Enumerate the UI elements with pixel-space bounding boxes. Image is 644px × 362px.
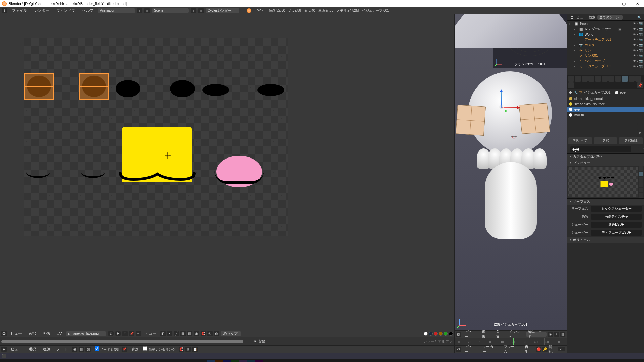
- tab-scene-icon[interactable]: [582, 76, 588, 82]
- remove-material-button[interactable]: −: [637, 124, 643, 130]
- taskview-icon[interactable]: ▭: [26, 360, 38, 362]
- menu-add[interactable]: 追加: [40, 346, 53, 352]
- start-frame-field[interactable]: 20: [558, 347, 565, 351]
- island-sel-icon[interactable]: ▤: [187, 331, 192, 336]
- timeline-playhead[interactable]: [513, 338, 514, 345]
- menu-window[interactable]: ウィンドウ: [54, 7, 78, 14]
- sync-sel-icon[interactable]: ◧: [160, 331, 166, 336]
- app-icon[interactable]: ●: [146, 360, 159, 362]
- uv-patch-left[interactable]: [456, 105, 486, 136]
- prop-edit-icon[interactable]: ◎: [207, 331, 213, 336]
- edge-sel-icon[interactable]: ╱: [174, 331, 179, 336]
- tab-layers-icon[interactable]: [575, 76, 581, 82]
- fake-user-button[interactable]: F: [115, 331, 121, 336]
- outliner-item[interactable]: ▸▣Scene👁▸📷: [567, 21, 644, 26]
- uv-island-eye-left[interactable]: [24, 73, 54, 100]
- app-icon[interactable]: Au: [231, 360, 239, 362]
- mode-dropdown[interactable]: 編集モード: [526, 332, 547, 337]
- uv-image-editor[interactable]: [0, 14, 454, 330]
- app-icon[interactable]: 📘: [171, 360, 183, 362]
- preview-monkey-icon[interactable]: [639, 182, 643, 187]
- window-maximize-button[interactable]: ▢: [617, 0, 631, 7]
- add-layout-button[interactable]: +: [137, 8, 142, 13]
- menu-select[interactable]: 選択: [26, 330, 39, 337]
- app-icon[interactable]: Ps: [247, 360, 255, 362]
- start-button[interactable]: [1, 360, 13, 362]
- auto-keyframe-icon[interactable]: 🔴: [536, 347, 541, 352]
- shader2-dropdown[interactable]: ディフューズBSDF: [591, 230, 642, 236]
- viewport-3d[interactable]: ユーザー・透視投影 ユーザー・透視投影 (20) ベジエカーブ.001: [455, 14, 567, 330]
- material-slot-list[interactable]: simanekko_normalsimanekko_No_faceeyemout…: [567, 96, 644, 118]
- add-material-button[interactable]: +: [637, 118, 643, 124]
- shading-icon[interactable]: ◉: [548, 332, 553, 337]
- paint-color-navy[interactable]: [429, 332, 433, 336]
- color-alpha-label[interactable]: カラーとアルファ: [423, 339, 453, 344]
- app-icon[interactable]: ▬: [74, 360, 86, 362]
- outliner-item[interactable]: ▸☀サン.001👁▸📷: [567, 53, 644, 58]
- material-name-field[interactable]: [570, 146, 631, 152]
- paint-color-black[interactable]: [449, 332, 453, 336]
- properties-tabs[interactable]: 📌: [567, 75, 644, 89]
- preview-hair-icon[interactable]: [639, 188, 643, 192]
- window-minimize-button[interactable]: —: [604, 0, 617, 7]
- copy-icon[interactable]: ⎘: [185, 347, 191, 352]
- remove-layout-button[interactable]: ×: [144, 8, 150, 13]
- add-scene-button[interactable]: +: [191, 8, 196, 13]
- add-mat-button[interactable]: +: [640, 147, 642, 152]
- pivot-icon[interactable]: ⌖: [136, 331, 141, 336]
- tab-physics-icon[interactable]: [568, 82, 574, 88]
- app-icon[interactable]: Ai: [215, 360, 223, 362]
- outliner-item[interactable]: ▸⟂アーマチュア.001👁▸📷: [567, 37, 644, 42]
- tab-texture-icon[interactable]: [629, 76, 635, 82]
- preview-flat-icon[interactable]: [639, 166, 643, 171]
- section-volume[interactable]: ボリューム: [567, 237, 644, 243]
- shader-type-icon[interactable]: ◉: [72, 347, 77, 352]
- tab-render-icon[interactable]: [568, 76, 574, 82]
- section-surface[interactable]: サーフェス: [567, 198, 644, 205]
- pin-icon[interactable]: 📌: [122, 347, 127, 352]
- tab-data-icon[interactable]: [615, 76, 621, 82]
- menu-view[interactable]: ビュー: [8, 346, 25, 352]
- uv-island-eye-right[interactable]: [79, 73, 109, 100]
- tab-modifier-icon[interactable]: [608, 76, 614, 82]
- app-icon[interactable]: Ps: [207, 360, 215, 362]
- timeline-ruler[interactable]: -30-20-100102030405060: [455, 338, 567, 345]
- uvmap-selector[interactable]: UVマップ: [221, 331, 241, 336]
- surface-shader-dropdown[interactable]: ミックスシェーダー: [591, 206, 642, 212]
- paint-color-green[interactable]: [444, 332, 448, 336]
- gizmo-origin-icon[interactable]: [499, 105, 504, 109]
- tab-world-icon[interactable]: [588, 76, 594, 82]
- preview-cube-icon[interactable]: [639, 177, 643, 182]
- comp-type-icon[interactable]: ▦: [79, 347, 84, 352]
- outliner-item[interactable]: ▸∿ベジエカーブ👁▸📷: [567, 58, 644, 64]
- deselect-button[interactable]: 選択解除: [619, 137, 643, 144]
- paste-icon[interactable]: 📋: [192, 347, 198, 352]
- editor-type-icon[interactable]: 🖼: [1, 331, 7, 336]
- menu-select[interactable]: 選択: [26, 346, 39, 352]
- snap-icon[interactable]: 🧲: [201, 331, 206, 336]
- section-preview[interactable]: プレビュー: [567, 160, 644, 166]
- outliner-item[interactable]: ▸☀サン👁▸📷: [567, 48, 644, 53]
- app-icon[interactable]: ◆: [86, 360, 98, 362]
- tab-object-icon[interactable]: [595, 76, 601, 82]
- pin-icon[interactable]: 📌: [129, 331, 134, 336]
- app-icon[interactable]: ●: [62, 360, 74, 362]
- outliner-item[interactable]: ▸📷カメラ👁▸📷: [567, 42, 644, 48]
- tab-material-icon[interactable]: [622, 76, 628, 82]
- assign-button[interactable]: 割り当て: [568, 137, 592, 144]
- section-custom-props[interactable]: カスタムプロパティ: [567, 153, 644, 160]
- scene-dropdown[interactable]: Scene: [152, 8, 189, 13]
- face-sel-icon[interactable]: ▦: [180, 331, 186, 336]
- paint-color-red[interactable]: [434, 332, 438, 336]
- material-slot[interactable]: simanekko_normal: [567, 96, 644, 101]
- uv-patch-right[interactable]: [519, 103, 550, 134]
- menu-view2[interactable]: ビュー: [142, 330, 159, 337]
- app-icon[interactable]: ■: [110, 360, 122, 362]
- menu-view[interactable]: ビュー: [8, 330, 25, 337]
- shader1-dropdown[interactable]: 透過BSDF: [591, 222, 642, 228]
- app-icon[interactable]: ■: [98, 360, 110, 362]
- pin-icon[interactable]: 📌: [637, 82, 643, 88]
- outliner-item[interactable]: ▸🌐World👁▸📷: [567, 32, 644, 37]
- app-icon[interactable]: Ae: [223, 360, 231, 362]
- pivot-icon[interactable]: ⌖: [554, 332, 559, 337]
